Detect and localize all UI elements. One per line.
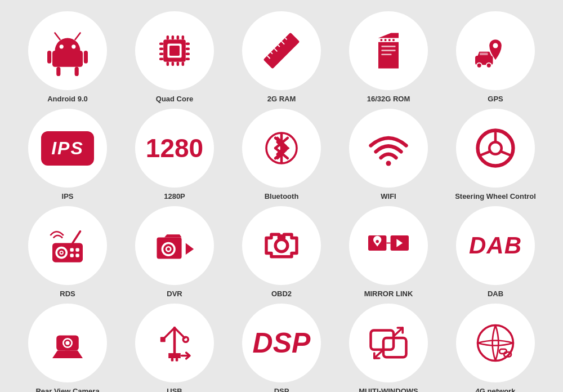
svg-point-43 — [493, 43, 498, 48]
quad-core-icon — [149, 25, 200, 76]
dvr-icon-circle — [135, 206, 214, 285]
bluetooth-icon-circle — [242, 109, 321, 188]
svg-point-58 — [489, 142, 502, 154]
svg-line-61 — [502, 152, 512, 155]
usb-icon — [149, 318, 200, 368]
svg-point-75 — [167, 248, 170, 251]
mirror-link-icon-circle — [349, 206, 428, 285]
android-icon — [42, 25, 93, 76]
android-icon-circle — [28, 11, 107, 90]
rear-camera-icon-circle — [28, 304, 107, 382]
feature-dab: DAB DAB — [445, 206, 546, 298]
svg-rect-28 — [263, 33, 300, 69]
svg-rect-88 — [65, 351, 70, 355]
svg-rect-21 — [159, 58, 163, 61]
svg-rect-10 — [167, 35, 169, 39]
ips-icon-circle: IPS — [28, 109, 107, 188]
feature-android: Android 9.0 — [17, 11, 118, 103]
1280p-icon-circle: 1280 — [135, 109, 214, 188]
svg-rect-18 — [159, 43, 163, 46]
obd2-icon — [256, 220, 307, 271]
svg-rect-20 — [159, 53, 163, 56]
svg-point-93 — [183, 337, 188, 342]
ram-label: 2G RAM — [267, 95, 296, 103]
svg-rect-23 — [186, 48, 190, 51]
obd2-icon-circle — [242, 206, 321, 285]
dsp-text: DSP — [253, 327, 311, 359]
dab-label: DAB — [488, 289, 503, 298]
svg-line-99 — [395, 328, 403, 336]
feature-ram: 2G RAM — [231, 11, 332, 103]
svg-rect-36 — [381, 39, 383, 41]
mirror-link-label: MIRROR LINK — [364, 289, 413, 298]
ips-text: IPS — [51, 138, 84, 159]
svg-line-1 — [75, 33, 81, 40]
feature-mirror-link: MIRROR LINK — [338, 206, 439, 298]
obd2-label: OBD2 — [271, 289, 292, 298]
svg-rect-3 — [47, 51, 51, 64]
dab-text: DAB — [469, 232, 522, 259]
feature-ips: IPS IPS — [17, 109, 118, 201]
feature-dvr: DVR — [124, 206, 225, 298]
bluetooth-icon — [256, 123, 307, 173]
svg-line-63 — [73, 231, 81, 243]
dsp-icon-circle: DSP — [242, 304, 321, 382]
feature-rear-camera: Rear View Camera — [17, 304, 118, 392]
svg-rect-25 — [186, 58, 190, 61]
feature-quad-core: Quad Core — [124, 11, 225, 103]
svg-line-90 — [164, 328, 175, 338]
4g-icon — [470, 318, 521, 368]
svg-point-45 — [477, 63, 482, 68]
wifi-icon — [363, 123, 414, 173]
rom-icon-circle — [349, 11, 428, 90]
svg-rect-95 — [176, 358, 178, 361]
multi-windows-icon — [363, 318, 414, 368]
rom-label: 16/32G ROM — [367, 95, 410, 103]
feature-rom: 16/32G ROM — [338, 11, 439, 103]
svg-rect-16 — [177, 62, 180, 66]
svg-point-8 — [72, 44, 75, 48]
feature-wifi: WIFI — [338, 109, 439, 201]
svg-rect-71 — [75, 253, 79, 257]
rds-icon-circle — [28, 206, 107, 285]
svg-rect-70 — [70, 253, 74, 257]
feature-gps: GPS — [445, 11, 546, 103]
1280p-label: 1280P — [164, 192, 185, 201]
svg-rect-2 — [52, 51, 83, 67]
svg-rect-17 — [182, 62, 185, 66]
4g-label: 4G network — [476, 387, 516, 392]
svg-point-7 — [60, 44, 64, 48]
svg-rect-14 — [167, 62, 169, 66]
svg-rect-68 — [70, 248, 74, 252]
svg-rect-15 — [172, 62, 175, 66]
svg-rect-13 — [182, 35, 185, 39]
svg-rect-69 — [75, 248, 79, 252]
features-grid: Android 9.0 — [0, 0, 563, 392]
svg-rect-4 — [84, 51, 88, 64]
wifi-label: WIFI — [381, 192, 396, 201]
bluetooth-label: Bluetooth — [265, 192, 299, 201]
svg-rect-5 — [56, 67, 60, 76]
4g-icon-circle — [456, 304, 535, 382]
wifi-icon-circle — [349, 109, 428, 188]
svg-point-67 — [60, 252, 62, 254]
svg-rect-12 — [177, 35, 180, 39]
usb-label: USB — [167, 387, 182, 392]
feature-multi-windows: MUITI-WINDOWS — [338, 304, 439, 392]
rom-icon — [363, 25, 414, 76]
svg-point-87 — [65, 341, 69, 345]
rear-camera-icon — [42, 318, 93, 368]
svg-rect-11 — [172, 35, 175, 39]
ram-icon-circle — [242, 11, 321, 90]
steering-icon — [470, 123, 521, 173]
svg-point-46 — [486, 63, 491, 68]
dsp-label: DSP — [274, 387, 289, 392]
gps-icon — [470, 25, 521, 76]
svg-rect-27 — [169, 46, 180, 56]
svg-rect-19 — [159, 48, 163, 51]
dab-icon-circle: DAB — [456, 206, 535, 285]
mirror-link-icon — [363, 220, 414, 271]
ram-icon — [256, 25, 307, 76]
svg-rect-38 — [388, 39, 391, 41]
ips-box: IPS — [41, 131, 94, 166]
